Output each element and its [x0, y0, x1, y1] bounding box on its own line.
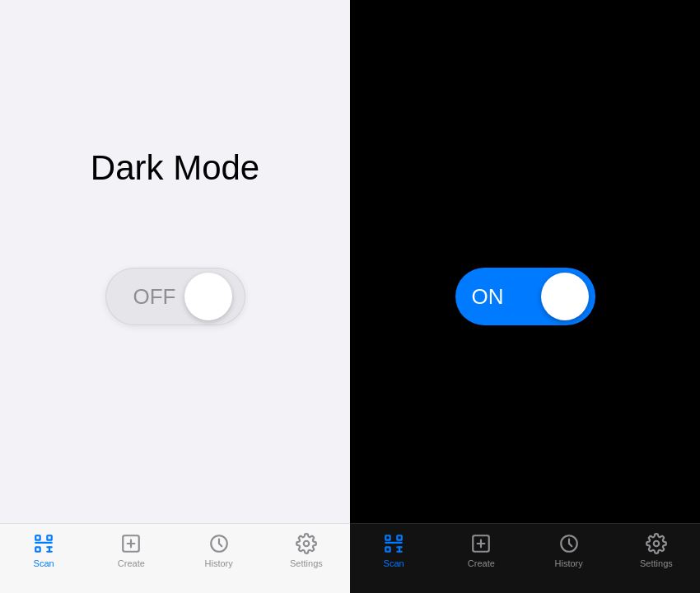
tab-history-dark[interactable]: History	[525, 532, 613, 568]
toggle-off-label: OFF	[133, 284, 176, 310]
settings-icon-light	[295, 532, 318, 555]
tab-settings-label-dark: Settings	[640, 558, 673, 568]
tab-bar-light: Scan Create History	[0, 523, 350, 593]
toggle-on-knob	[541, 273, 589, 320]
toggle-on-label: ON	[469, 284, 504, 310]
svg-rect-13	[397, 535, 401, 539]
tab-settings-light[interactable]: Settings	[263, 532, 350, 568]
create-icon-dark	[469, 532, 492, 555]
scan-icon-dark	[382, 532, 405, 555]
toggle-off[interactable]: OFF	[105, 268, 245, 325]
svg-point-23	[654, 541, 660, 547]
history-icon-dark	[558, 532, 581, 555]
svg-rect-0	[35, 535, 40, 539]
tab-history-label-light: History	[205, 558, 233, 568]
tab-history-light[interactable]: History	[175, 532, 263, 568]
history-icon-light	[208, 532, 231, 555]
tab-scan-label-light: Scan	[34, 558, 54, 568]
settings-icon-dark	[645, 532, 668, 555]
tab-bar-dark: Scan Create History	[350, 523, 700, 593]
dark-panel: ON Scan	[350, 0, 700, 593]
toggle-on[interactable]: ON	[455, 268, 595, 325]
svg-rect-12	[385, 535, 390, 539]
tab-scan-label-dark: Scan	[384, 558, 404, 568]
tab-create-light[interactable]: Create	[87, 532, 175, 568]
light-panel: Dark Mode OFF Scan	[0, 0, 350, 593]
svg-rect-14	[385, 547, 390, 551]
tab-settings-label-light: Settings	[290, 558, 323, 568]
tab-scan-light[interactable]: Scan	[0, 532, 87, 568]
tab-create-label-light: Create	[118, 558, 145, 568]
tab-settings-dark[interactable]: Settings	[613, 532, 700, 568]
svg-point-11	[304, 541, 310, 547]
tab-scan-dark[interactable]: Scan	[350, 532, 437, 568]
tab-history-label-dark: History	[555, 558, 583, 568]
svg-rect-2	[35, 547, 40, 551]
svg-rect-1	[47, 535, 51, 539]
toggle-off-knob	[184, 273, 232, 320]
scan-icon-light	[32, 532, 55, 555]
tab-create-dark[interactable]: Create	[437, 532, 525, 568]
tab-create-label-dark: Create	[468, 558, 495, 568]
create-icon-light	[119, 532, 142, 555]
